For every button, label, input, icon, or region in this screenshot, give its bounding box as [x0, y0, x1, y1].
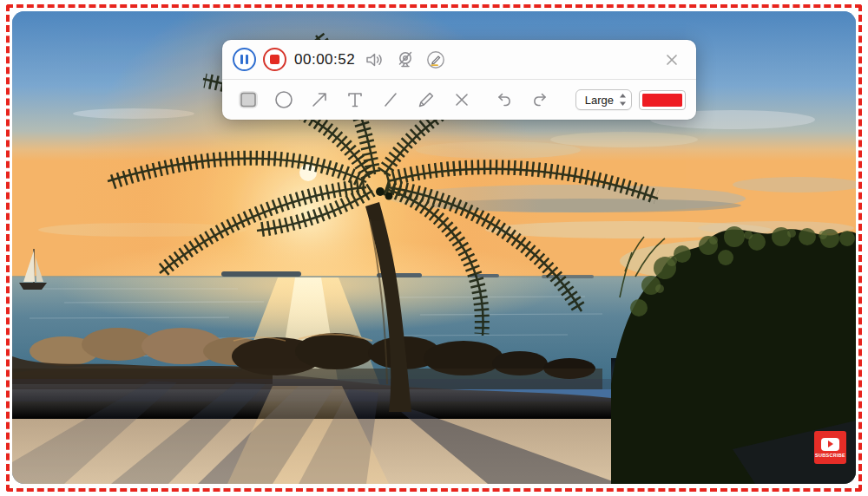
- webcam-button[interactable]: [393, 48, 418, 72]
- tool-pencil[interactable]: [414, 87, 438, 113]
- subscribe-label: SUBSCRIBE: [815, 453, 845, 458]
- stop-button[interactable]: [263, 48, 286, 71]
- rectangle-icon: [237, 89, 260, 110]
- pencil-icon: [416, 89, 437, 110]
- recorder-toolbar: 00:00:52: [222, 40, 696, 120]
- tool-delete[interactable]: [450, 87, 474, 113]
- tool-arrow[interactable]: [307, 87, 332, 113]
- subscribe-watermark[interactable]: SUBSCRIBE: [814, 431, 846, 464]
- tool-rectangle[interactable]: [236, 87, 260, 113]
- text-icon: [345, 89, 365, 110]
- x-icon: [451, 89, 472, 110]
- color-swatch-button[interactable]: [639, 90, 686, 110]
- pause-icon: [240, 55, 248, 64]
- recording-timer: 00:00:52: [294, 51, 357, 69]
- sun: [299, 164, 317, 181]
- tool-undo[interactable]: [492, 87, 516, 113]
- stop-icon: [270, 55, 279, 64]
- annotate-button[interactable]: [424, 48, 448, 72]
- chevron-updown-icon: [619, 93, 627, 107]
- annotation-tools-row: Large: [222, 80, 696, 120]
- undo-icon: [494, 89, 515, 110]
- line-icon: [380, 89, 401, 110]
- tool-line[interactable]: [378, 87, 403, 113]
- tool-redo[interactable]: [528, 87, 552, 113]
- close-icon: [664, 52, 680, 68]
- screen-recorder-page: 00:00:52: [0, 0, 868, 496]
- tool-ellipse[interactable]: [272, 87, 296, 113]
- size-dropdown[interactable]: Large: [575, 89, 632, 110]
- tool-text[interactable]: [343, 87, 367, 113]
- color-swatch-icon: [642, 94, 682, 107]
- youtube-play-icon: [821, 438, 839, 451]
- ellipse-icon: [273, 89, 294, 110]
- arrow-icon: [309, 89, 330, 110]
- webcam-off-icon: [395, 49, 416, 70]
- recording-controls-row: 00:00:52: [222, 40, 696, 79]
- close-toolbar-button[interactable]: [660, 48, 684, 72]
- audio-button[interactable]: [363, 48, 387, 72]
- redo-icon: [529, 89, 550, 110]
- pause-button[interactable]: [233, 48, 256, 71]
- annotation-pencil-icon: [425, 49, 446, 70]
- speaker-icon: [364, 49, 386, 70]
- size-dropdown-value: Large: [585, 94, 614, 107]
